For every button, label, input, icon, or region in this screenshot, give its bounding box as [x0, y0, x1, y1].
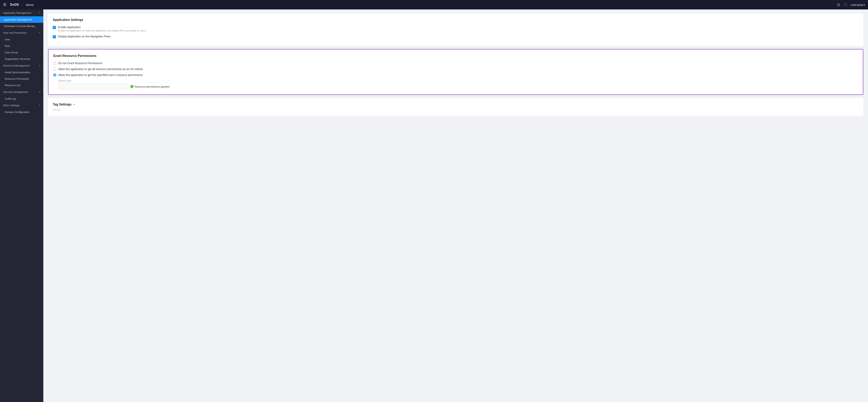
display-nav-label: Display Application on the Navigation Pa…: [58, 35, 111, 38]
resource-granted-status: ✓ Resource permissions granted: [130, 85, 169, 88]
no-tag-text: No tag: [53, 108, 859, 111]
application-settings-card: Application Settings ✓ Enable Applicatio…: [48, 13, 863, 46]
sidebar-section-other-settings[interactable]: Other Settings ▾: [0, 102, 43, 109]
radio-no-grant-row: Do not Grant Resource Permissions: [53, 62, 858, 65]
sidebar-item-role[interactable]: Role: [0, 43, 43, 49]
sidebar-item-audit-log[interactable]: Audit Log: [0, 95, 43, 102]
select-user-input[interactable]: [58, 83, 127, 90]
display-nav-row: ✓ Display Application on the Navigation …: [53, 35, 859, 38]
radio-ou-admin-row: Allow this application to get all resour…: [53, 67, 858, 71]
username: xuan.peng: [851, 3, 863, 6]
menu-icon[interactable]: ☰: [3, 3, 6, 7]
radio-no-grant-label: Do not Grant Resource Permissions: [58, 62, 102, 65]
sidebar-section-label: Other Settings: [3, 104, 20, 107]
user-menu[interactable]: xuan.peng ▾: [851, 3, 865, 6]
chevron-down-icon: ▾: [39, 64, 40, 67]
sidebar-item-user-group[interactable]: User Group: [0, 49, 43, 56]
grant-permissions-title: Grant Resource Permissions: [53, 54, 858, 58]
logo: EnOS: [10, 3, 19, 6]
sidebar: Application Management ▾ Application Man…: [0, 9, 43, 402]
granted-text: Resource permissions granted: [135, 85, 169, 88]
sidebar-section-label: Security Management: [3, 91, 28, 94]
grant-permissions-card: Grant Resource Permissions Do not Grant …: [48, 49, 863, 95]
topbar-right: ⊡ ? xuan.peng ▾: [837, 3, 865, 7]
radio-no-grant[interactable]: [53, 62, 56, 65]
sidebar-item-user[interactable]: User: [0, 36, 43, 43]
topbar: ☰ EnOS | Demo ⊡ ? xuan.peng ▾: [0, 0, 868, 9]
enable-application-checkbox[interactable]: ✓: [53, 26, 56, 29]
sidebar-section-resource-management[interactable]: Resource Management ▾: [0, 62, 43, 69]
sidebar-section-label: Resource Management: [3, 64, 30, 67]
chevron-down-icon: ▾: [39, 104, 40, 107]
radio-ou-admin-label: Allow this application to get all resour…: [58, 67, 143, 71]
enable-application-label: Enable Application: [58, 26, 146, 29]
enable-application-content: Enable Application Enable this applicati…: [58, 26, 146, 32]
user-chevron: ▾: [864, 3, 865, 6]
sidebar-item-domain-config[interactable]: Domain Configuration: [0, 109, 43, 115]
help-icon[interactable]: ?: [843, 3, 847, 7]
radio-inner-dot: [54, 74, 56, 76]
tag-settings-title: Tag Settings: [53, 103, 71, 106]
monitor-icon[interactable]: ⊡: [837, 3, 840, 7]
sidebar-section-user-permission[interactable]: User and Permission ▾: [0, 29, 43, 36]
select-user-area: Select User ✓ Resource permissions grant…: [58, 79, 858, 90]
chevron-down-icon: ▾: [39, 32, 40, 34]
sidebar-section-security[interactable]: Security Management ▾: [0, 89, 43, 95]
radio-specified-user[interactable]: [53, 73, 56, 76]
chevron-down-icon: ▾: [39, 91, 40, 93]
sidebar-item-org-structure[interactable]: Organization Structure: [0, 56, 43, 62]
main-content: Application Settings ✓ Enable Applicatio…: [43, 9, 868, 402]
display-nav-checkbox[interactable]: ✓: [53, 35, 56, 38]
sidebar-item-resource-permission[interactable]: Resource Permission: [0, 75, 43, 82]
layout: Application Management ▾ Application Man…: [0, 9, 868, 402]
granted-check-icon: ✓: [130, 85, 133, 88]
sidebar-section-label: Application Management: [3, 11, 31, 14]
sidebar-item-application-management[interactable]: Application Management: [0, 16, 43, 23]
checkmark-icon: ✓: [54, 36, 55, 38]
chevron-down-icon: ▾: [39, 11, 40, 14]
sidebar-item-developer-console[interactable]: Developer Console Manag...: [0, 23, 43, 29]
sidebar-section-label: User and Permission: [3, 31, 27, 34]
enable-application-desc: Enable this application to make the appl…: [58, 29, 146, 32]
tag-settings-card: Tag Settings ✏ No tag: [48, 98, 863, 116]
check-icon: ✓: [131, 86, 133, 88]
select-user-row: ✓ Resource permissions granted: [58, 83, 858, 90]
sidebar-section-application-management[interactable]: Application Management ▾: [0, 9, 43, 16]
radio-specified-user-row: Allow this application to get the specif…: [53, 73, 858, 76]
select-user-label: Select User: [58, 79, 858, 82]
edit-icon[interactable]: ✏: [73, 103, 75, 106]
enable-application-row: ✓ Enable Application Enable this applica…: [53, 26, 859, 32]
radio-ou-admin[interactable]: [53, 67, 56, 71]
app-name: Demo: [26, 3, 34, 6]
sidebar-item-asset-sync[interactable]: Asset Synchronization: [0, 69, 43, 75]
nav-divider: |: [22, 3, 23, 6]
checkmark-icon: ✓: [54, 26, 55, 29]
application-settings-title: Application Settings: [53, 18, 859, 22]
sidebar-item-resource-list[interactable]: Resource List: [0, 82, 43, 89]
radio-specified-user-label: Allow this application to get the specif…: [58, 73, 143, 76]
tag-settings-title-row: Tag Settings ✏: [53, 103, 859, 106]
